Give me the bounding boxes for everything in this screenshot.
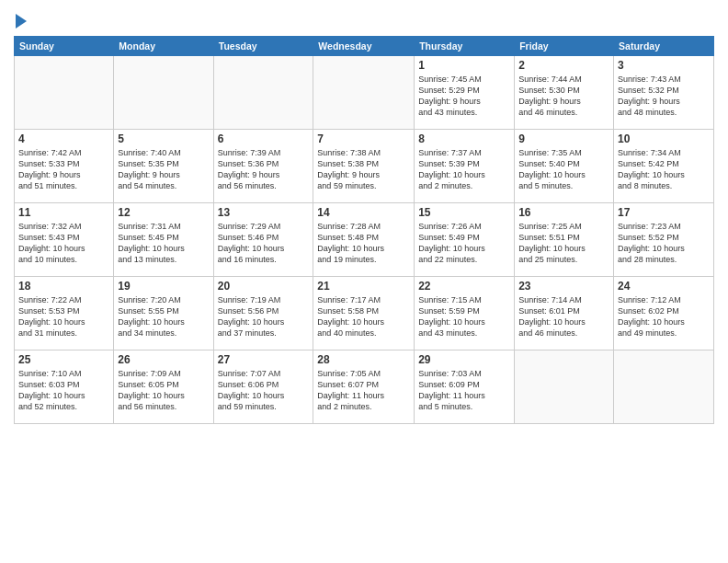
- th-wednesday: Wednesday: [313, 37, 415, 56]
- calendar-cell: 18Sunrise: 7:22 AMSunset: 5:53 PMDayligh…: [15, 277, 114, 350]
- th-tuesday: Tuesday: [213, 37, 313, 56]
- day-info: Sunrise: 7:10 AMSunset: 6:03 PMDaylight:…: [18, 368, 109, 413]
- th-sunday: Sunday: [15, 37, 114, 56]
- day-number: 27: [218, 353, 310, 366]
- calendar-cell: 13Sunrise: 7:29 AMSunset: 5:46 PMDayligh…: [213, 203, 313, 277]
- day-number: 16: [518, 206, 609, 219]
- day-number: 14: [317, 206, 410, 219]
- day-number: 18: [18, 280, 109, 293]
- calendar-cell: 3Sunrise: 7:43 AMSunset: 5:32 PMDaylight…: [614, 56, 714, 130]
- day-number: 24: [618, 280, 710, 293]
- day-number: 20: [218, 280, 310, 293]
- calendar-week-3: 18Sunrise: 7:22 AMSunset: 5:53 PMDayligh…: [15, 277, 714, 350]
- calendar-cell: 29Sunrise: 7:03 AMSunset: 6:09 PMDayligh…: [415, 350, 515, 424]
- calendar-cell: [313, 56, 415, 130]
- day-number: 1: [418, 59, 510, 72]
- calendar-cell: 1Sunrise: 7:45 AMSunset: 5:29 PMDaylight…: [415, 56, 515, 130]
- calendar-cell: [614, 350, 714, 424]
- calendar-cell: 22Sunrise: 7:15 AMSunset: 5:59 PMDayligh…: [415, 277, 515, 350]
- day-number: 22: [418, 280, 510, 293]
- day-info: Sunrise: 7:03 AMSunset: 6:09 PMDaylight:…: [418, 368, 510, 413]
- day-info: Sunrise: 7:39 AMSunset: 5:36 PMDaylight:…: [218, 147, 310, 192]
- day-number: 17: [618, 206, 710, 219]
- day-info: Sunrise: 7:38 AMSunset: 5:38 PMDaylight:…: [317, 147, 410, 192]
- calendar-cell: 16Sunrise: 7:25 AMSunset: 5:51 PMDayligh…: [515, 203, 614, 277]
- day-number: 28: [317, 353, 410, 366]
- day-info: Sunrise: 7:05 AMSunset: 6:07 PMDaylight:…: [317, 368, 410, 413]
- day-number: 26: [118, 353, 209, 366]
- day-info: Sunrise: 7:37 AMSunset: 5:39 PMDaylight:…: [418, 147, 510, 192]
- day-number: 5: [118, 132, 209, 145]
- day-number: 7: [317, 132, 410, 145]
- calendar-body: 1Sunrise: 7:45 AMSunset: 5:29 PMDaylight…: [15, 56, 714, 424]
- calendar-cell: 28Sunrise: 7:05 AMSunset: 6:07 PMDayligh…: [313, 350, 415, 424]
- day-info: Sunrise: 7:15 AMSunset: 5:59 PMDaylight:…: [418, 294, 510, 339]
- day-number: 23: [518, 280, 609, 293]
- day-number: 6: [218, 132, 310, 145]
- th-monday: Monday: [114, 37, 213, 56]
- day-number: 11: [18, 206, 109, 219]
- header: [14, 9, 714, 29]
- calendar-cell: 9Sunrise: 7:35 AMSunset: 5:40 PMDaylight…: [515, 130, 614, 203]
- day-number: 2: [518, 59, 609, 72]
- calendar-cell: 10Sunrise: 7:34 AMSunset: 5:42 PMDayligh…: [614, 130, 714, 203]
- calendar-cell: [15, 56, 114, 130]
- calendar-table: Sunday Monday Tuesday Wednesday Thursday…: [14, 36, 714, 424]
- th-friday: Friday: [515, 37, 614, 56]
- calendar-cell: 7Sunrise: 7:38 AMSunset: 5:38 PMDaylight…: [313, 130, 415, 203]
- calendar-cell: 26Sunrise: 7:09 AMSunset: 6:05 PMDayligh…: [114, 350, 213, 424]
- calendar-cell: 2Sunrise: 7:44 AMSunset: 5:30 PMDaylight…: [515, 56, 614, 130]
- calendar-week-0: 1Sunrise: 7:45 AMSunset: 5:29 PMDaylight…: [15, 56, 714, 130]
- day-info: Sunrise: 7:29 AMSunset: 5:46 PMDaylight:…: [218, 221, 310, 266]
- day-info: Sunrise: 7:07 AMSunset: 6:06 PMDaylight:…: [218, 368, 310, 413]
- calendar-week-2: 11Sunrise: 7:32 AMSunset: 5:43 PMDayligh…: [15, 203, 714, 277]
- day-number: 3: [618, 59, 710, 72]
- calendar-header: Sunday Monday Tuesday Wednesday Thursday…: [15, 37, 714, 56]
- day-info: Sunrise: 7:31 AMSunset: 5:45 PMDaylight:…: [118, 221, 209, 266]
- day-info: Sunrise: 7:34 AMSunset: 5:42 PMDaylight:…: [618, 147, 710, 192]
- day-info: Sunrise: 7:09 AMSunset: 6:05 PMDaylight:…: [118, 368, 209, 413]
- th-saturday: Saturday: [614, 37, 714, 56]
- day-info: Sunrise: 7:35 AMSunset: 5:40 PMDaylight:…: [518, 147, 609, 192]
- day-number: 4: [18, 132, 109, 145]
- calendar-cell: 12Sunrise: 7:31 AMSunset: 5:45 PMDayligh…: [114, 203, 213, 277]
- day-info: Sunrise: 7:17 AMSunset: 5:58 PMDaylight:…: [317, 294, 410, 339]
- calendar-cell: 24Sunrise: 7:12 AMSunset: 6:02 PMDayligh…: [614, 277, 714, 350]
- day-info: Sunrise: 7:44 AMSunset: 5:30 PMDaylight:…: [518, 74, 609, 119]
- day-info: Sunrise: 7:14 AMSunset: 6:01 PMDaylight:…: [518, 294, 609, 339]
- calendar-cell: 17Sunrise: 7:23 AMSunset: 5:52 PMDayligh…: [614, 203, 714, 277]
- calendar-cell: 20Sunrise: 7:19 AMSunset: 5:56 PMDayligh…: [213, 277, 313, 350]
- calendar-cell: 14Sunrise: 7:28 AMSunset: 5:48 PMDayligh…: [313, 203, 415, 277]
- day-info: Sunrise: 7:45 AMSunset: 5:29 PMDaylight:…: [418, 74, 510, 119]
- day-number: 9: [518, 132, 609, 145]
- days-row: Sunday Monday Tuesday Wednesday Thursday…: [15, 37, 714, 56]
- day-number: 13: [218, 206, 310, 219]
- day-number: 15: [418, 206, 510, 219]
- calendar-week-4: 25Sunrise: 7:10 AMSunset: 6:03 PMDayligh…: [15, 350, 714, 424]
- day-info: Sunrise: 7:42 AMSunset: 5:33 PMDaylight:…: [18, 147, 109, 192]
- calendar-cell: 23Sunrise: 7:14 AMSunset: 6:01 PMDayligh…: [515, 277, 614, 350]
- day-info: Sunrise: 7:43 AMSunset: 5:32 PMDaylight:…: [618, 74, 710, 119]
- day-info: Sunrise: 7:22 AMSunset: 5:53 PMDaylight:…: [18, 294, 109, 339]
- calendar-cell: 4Sunrise: 7:42 AMSunset: 5:33 PMDaylight…: [15, 130, 114, 203]
- calendar-cell: [213, 56, 313, 130]
- main-container: Sunday Monday Tuesday Wednesday Thursday…: [0, 0, 728, 563]
- day-number: 8: [418, 132, 510, 145]
- day-info: Sunrise: 7:32 AMSunset: 5:43 PMDaylight:…: [18, 221, 109, 266]
- calendar-cell: 11Sunrise: 7:32 AMSunset: 5:43 PMDayligh…: [15, 203, 114, 277]
- day-info: Sunrise: 7:28 AMSunset: 5:48 PMDaylight:…: [317, 221, 410, 266]
- day-info: Sunrise: 7:25 AMSunset: 5:51 PMDaylight:…: [518, 221, 609, 266]
- calendar-cell: [114, 56, 213, 130]
- calendar-cell: 19Sunrise: 7:20 AMSunset: 5:55 PMDayligh…: [114, 277, 213, 350]
- logo: [14, 14, 27, 29]
- day-number: 10: [618, 132, 710, 145]
- calendar-cell: 8Sunrise: 7:37 AMSunset: 5:39 PMDaylight…: [415, 130, 515, 203]
- calendar-cell: [515, 350, 614, 424]
- calendar-cell: 6Sunrise: 7:39 AMSunset: 5:36 PMDaylight…: [213, 130, 313, 203]
- day-number: 21: [317, 280, 410, 293]
- day-number: 19: [118, 280, 209, 293]
- day-number: 29: [418, 353, 510, 366]
- day-number: 25: [18, 353, 109, 366]
- calendar-cell: 27Sunrise: 7:07 AMSunset: 6:06 PMDayligh…: [213, 350, 313, 424]
- day-info: Sunrise: 7:19 AMSunset: 5:56 PMDaylight:…: [218, 294, 310, 339]
